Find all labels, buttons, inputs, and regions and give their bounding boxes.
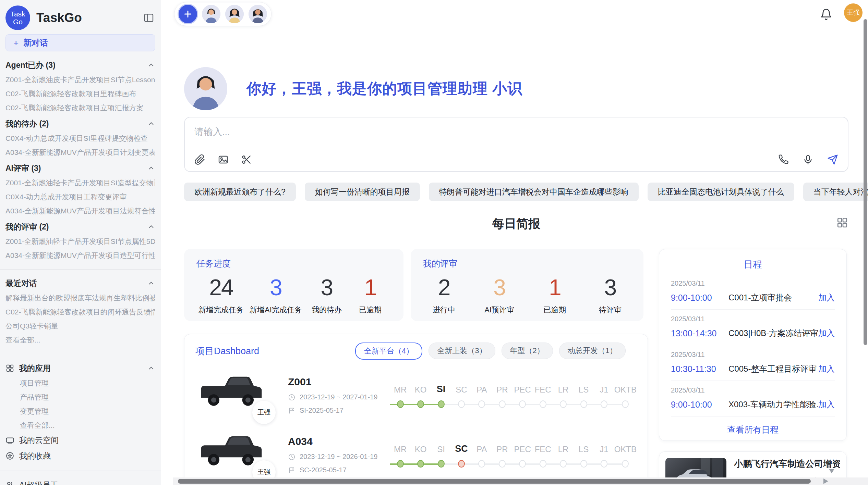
task-progress-stats: 24 新增完成任务 3 新增AI完成任务 3 我的待办 1 已逾期 [196, 275, 391, 315]
suggestion-chip[interactable]: 特朗普可能对进口汽车增税会对中国车企造成哪些影响 [429, 183, 639, 201]
app-item[interactable]: 项目管理 [5, 376, 155, 390]
scroll-down-arrow[interactable] [829, 469, 834, 473]
app-title: TaskGo [36, 11, 142, 25]
recent-chat-item[interactable]: C02-飞腾新能源轻客改款项目的闭环通告反馈情况 [5, 305, 155, 319]
app-logo: Task Go [5, 5, 30, 30]
join-button[interactable]: 加入 [818, 363, 835, 374]
project-milestone-note: SC-2025-05-17 [288, 466, 381, 474]
flag-icon [288, 467, 296, 474]
member-avatar-1[interactable] [202, 5, 220, 23]
sidebar-task-item[interactable]: Z001-全新燃油皮卡产品开发项目SI节点Lesson Learn报告 [5, 73, 155, 87]
microphone-icon[interactable] [803, 154, 813, 165]
app-item[interactable]: 查看全部... [5, 418, 155, 432]
scissors-icon[interactable] [241, 154, 252, 165]
news-title: 小鹏飞行汽车制造公司增资 [734, 458, 840, 470]
stat-value: 3 [270, 275, 282, 299]
view-all-schedule-link[interactable]: 查看所有日程 [671, 416, 835, 443]
input-toolbar [194, 154, 838, 165]
app-item[interactable]: 变更管理 [5, 404, 155, 418]
image-icon[interactable] [218, 154, 229, 165]
member-avatar-2[interactable] [225, 5, 244, 23]
attachment-icon[interactable] [194, 154, 205, 165]
truck-image [195, 371, 264, 412]
milestone-dot-KO [417, 400, 424, 408]
recent-chats-section: 最近对话 解释最新出台的欧盟报废车法规再生塑料比例被调至15%... C02-飞… [5, 276, 155, 347]
favorites-link[interactable]: 我的收藏 [5, 448, 155, 464]
join-button[interactable]: 加入 [818, 292, 835, 303]
add-button[interactable] [179, 5, 197, 23]
project-image-block: 王强 [195, 431, 269, 479]
chevron-up-icon[interactable] [147, 164, 155, 172]
scroll-right-arrow[interactable] [823, 478, 828, 484]
chat-input-box[interactable]: 请输入... [184, 117, 848, 172]
recent-chat-item[interactable]: 解释最新出台的欧盟报废车法规再生塑料比例被调至15%... [5, 291, 155, 305]
section-items: C0X4-动力总成开发项目SI里程碑提交物检查 A034-全新新能源MUV产品开… [5, 131, 155, 159]
horizontal-scrollbar-thumb[interactable] [178, 479, 811, 484]
milestone-dot-SI [438, 460, 445, 468]
suggestion-chip[interactable]: 欧洲新规最近颁布了什么? [184, 183, 296, 201]
sidebar-task-item[interactable]: Z001-全新燃油轻卡产品开发项目SI节点属性5D文件评审 [5, 234, 155, 248]
horizontal-scrollbar[interactable] [173, 477, 868, 485]
sidebar-task-item[interactable]: C02-飞腾新能源轻客改款项目里程碑画布 [5, 87, 155, 101]
project-code: A034 [288, 436, 381, 447]
section-header[interactable]: 我的待办 (2) [5, 116, 155, 131]
assistant-avatar [184, 67, 227, 110]
app-item[interactable]: 产品管理 [5, 390, 155, 404]
stat-item: 2 进行中 [425, 275, 463, 315]
send-icon[interactable] [827, 154, 838, 165]
clock-icon [288, 453, 296, 461]
sidebar-task-item[interactable]: C0X4-动力总成开发项目SI里程碑提交物检查 [5, 131, 155, 145]
sidebar-task-item[interactable]: A034-全新新能源MUV产品开发项目造型可行性评审 [5, 248, 155, 262]
project-row[interactable]: 王强 A034 2023-12-19 ~ 2026-01-19 SC-2025-… [195, 431, 637, 479]
join-button[interactable]: 加入 [818, 328, 835, 339]
apps-grid-icon [5, 364, 14, 373]
daily-brief-header: 每日简报 [184, 216, 848, 232]
member-avatar-3[interactable] [249, 5, 267, 23]
filter-chip[interactable]: 全新上装（3） [429, 343, 495, 359]
sidebar-task-item[interactable]: C02-飞腾新能源轻客改款项目立项汇报方案 [5, 101, 155, 115]
filter-chip[interactable]: 年型（2） [502, 343, 553, 359]
filter-chip[interactable]: 全新平台（4） [355, 343, 422, 360]
sidebar-task-item[interactable]: A034-全新新能源MUV产品开发项目计划变更表编写 [5, 145, 155, 159]
section-header[interactable]: AI评审 (3) [5, 161, 155, 176]
new-chat-button[interactable]: + 新对话 [5, 34, 155, 51]
section-items: Z001-全新燃油轻卡产品开发项目SI造型提交物评审 C0X4-动力总成开发项目… [5, 176, 155, 218]
recent-chats-header[interactable]: 最近对话 [5, 276, 155, 291]
chevron-up-icon[interactable] [147, 279, 155, 287]
milestone-dot-LS [580, 400, 587, 408]
suggestion-chip[interactable]: 如何写一份清晰的项目周报 [305, 183, 420, 201]
layout-grid-icon[interactable] [836, 216, 848, 229]
milestone-dot-OKTB [622, 400, 629, 408]
stat-value: 3 [321, 275, 333, 299]
suggestion-chip[interactable]: 当下年轻人对汽车外观有怎样的喜好趋势 [803, 183, 868, 201]
vertical-scrollbar-thumb[interactable] [864, 19, 867, 345]
sidebar-section: 我的待办 (2) C0X4-动力总成开发项目SI里程碑提交物检查 A034-全新… [5, 116, 155, 159]
ai-employee-link[interactable]: AI超级员工 [5, 477, 155, 485]
recent-chat-item[interactable]: 查看全部... [5, 333, 155, 347]
milestone-dot-MR [397, 460, 404, 468]
my-apps-header[interactable]: 我的应用 [5, 360, 155, 376]
phone-icon[interactable] [778, 154, 789, 165]
recent-chat-item[interactable]: 公司Q3轻卡销量 [5, 319, 155, 333]
filter-chip[interactable]: 动总开发（1） [559, 343, 626, 359]
sidebar-collapse-icon[interactable] [142, 11, 155, 24]
event-name: C005-整车工程目标评审 [728, 363, 818, 374]
cloud-space-link[interactable]: 我的云空间 [5, 432, 155, 448]
chevron-up-icon[interactable] [147, 223, 155, 231]
user-avatar[interactable]: 王强 [844, 3, 863, 22]
section-header[interactable]: 我的评审 (2) [5, 219, 155, 234]
date-range-text: 2023-12-19 ~ 2026-01-19 [300, 453, 377, 461]
notification-bell-icon[interactable] [820, 8, 832, 21]
project-row[interactable]: 王强 Z001 2023-12-19 ~ 2027-01-19 SI-2025-… [195, 371, 637, 419]
chevron-up-icon[interactable] [147, 61, 155, 69]
section-header[interactable]: Agent已办 (3) [5, 58, 155, 73]
chevron-up-icon[interactable] [147, 120, 155, 128]
sidebar-task-item[interactable]: C0X4-动力总成开发项目工程变更评审 [5, 190, 155, 204]
chevron-up-icon[interactable] [147, 364, 155, 372]
sidebar-task-item[interactable]: A034-全新新能源MUV产品开发项目法规符合性评审 [5, 204, 155, 218]
event-row: 13:00-14:30 C003|H0B-方案冻结评审 加入 [671, 328, 835, 339]
join-button[interactable]: 加入 [818, 399, 835, 410]
sidebar-task-item[interactable]: Z001-全新燃油轻卡产品开发项目SI造型提交物评审 [5, 176, 155, 190]
suggestion-chip[interactable]: 比亚迪全固态电池计划具体说了什么 [648, 183, 794, 201]
ai-employee-label: AI超级员工 [19, 480, 58, 485]
